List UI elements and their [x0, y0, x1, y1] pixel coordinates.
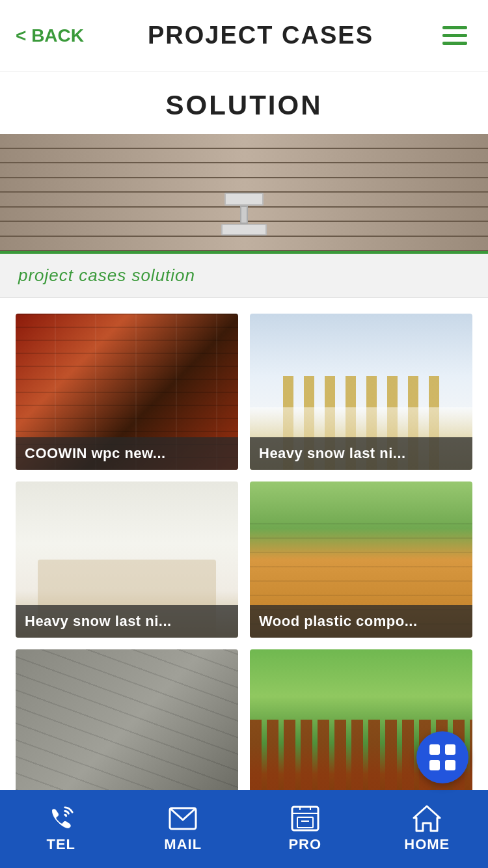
menu-line-2: [442, 34, 467, 37]
fastener: [218, 193, 270, 238]
nav-item-pro[interactable]: PRO: [244, 805, 366, 853]
nav-item-mail[interactable]: MAIL: [122, 805, 245, 853]
pro-icon: [290, 805, 321, 832]
thumbnail-5: [16, 649, 238, 806]
mail-label: MAIL: [164, 836, 202, 853]
header: < BACK PROJECT CASES: [0, 0, 488, 72]
home-label: HOME: [404, 836, 450, 853]
grid-dots-icon: [424, 739, 461, 776]
grid-item-1[interactable]: COOWIN wpc new...: [16, 314, 238, 470]
caption-4: Wood plastic compo...: [250, 605, 472, 638]
grid-item-3[interactable]: Heavy snow last ni...: [16, 481, 238, 638]
pro-label: PRO: [288, 836, 321, 853]
grid-item-4[interactable]: Wood plastic compo...: [250, 481, 472, 638]
hero-image: [0, 134, 488, 251]
nav-item-home[interactable]: HOME: [366, 805, 489, 853]
floating-grid-button[interactable]: [416, 731, 468, 783]
caption-2: Heavy snow last ni...: [250, 437, 472, 470]
grid-item-2[interactable]: Heavy snow last ni...: [250, 314, 472, 470]
home-icon: [411, 805, 442, 832]
project-grid: COOWIN wpc new...Heavy snow last ni...He…: [0, 298, 488, 868]
hero-visual: [0, 134, 488, 251]
section-label: project cases solution: [0, 254, 488, 298]
menu-line-3: [442, 42, 467, 45]
solution-subtitle: SOLUTION: [0, 72, 488, 134]
svg-marker-7: [414, 806, 440, 831]
svg-rect-1: [292, 807, 318, 830]
phone-icon: [46, 805, 77, 832]
nav-item-tel[interactable]: TEL: [0, 805, 122, 853]
caption-1: COOWIN wpc new...: [16, 437, 238, 470]
tel-label: TEL: [46, 836, 75, 853]
menu-line-1: [442, 26, 467, 29]
menu-button[interactable]: [437, 21, 472, 50]
mail-icon: [167, 805, 198, 832]
page-title: PROJECT CASES: [148, 21, 373, 49]
svg-rect-3: [297, 817, 313, 828]
grid-item-5[interactable]: [16, 649, 238, 806]
caption-3: Heavy snow last ni...: [16, 605, 238, 638]
back-label: < BACK: [16, 25, 84, 46]
bottom-navigation: TEL MAIL PRO HOME: [0, 790, 488, 868]
back-button[interactable]: < BACK: [16, 25, 84, 46]
